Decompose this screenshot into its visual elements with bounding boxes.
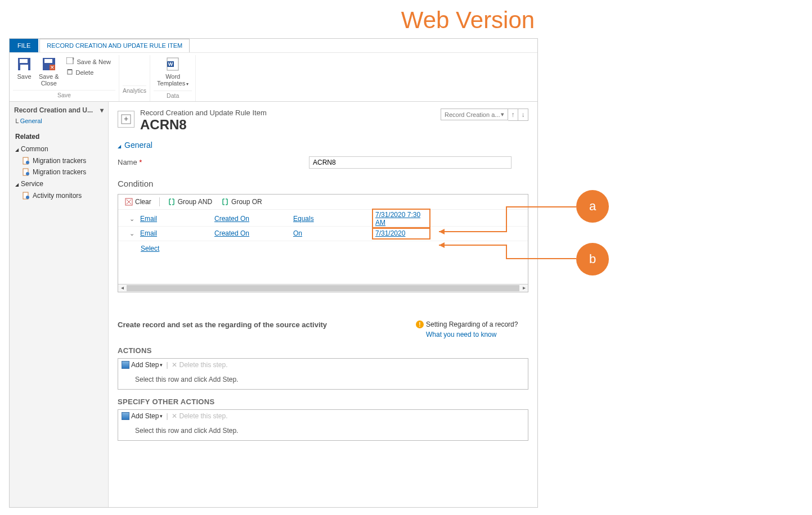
sidebar-item-migration-trackers-1[interactable]: Migration trackers bbox=[10, 155, 108, 166]
tab-rule-item[interactable]: RECORD CREATION AND UPDATE RULE ITEM bbox=[39, 39, 190, 52]
sidebar-item-activity-monitors[interactable]: Activity monitors bbox=[10, 190, 108, 201]
document-icon bbox=[22, 168, 30, 176]
name-label: Name * bbox=[118, 158, 309, 166]
svg-point-17 bbox=[26, 172, 29, 175]
cond-operator[interactable]: On bbox=[293, 229, 372, 237]
sidebar-service-heading[interactable]: Service bbox=[10, 178, 108, 190]
divider bbox=[159, 197, 160, 206]
clear-button[interactable]: Clear bbox=[122, 197, 155, 207]
scroll-track[interactable] bbox=[127, 285, 519, 291]
delete-step-button: ✕Delete this step. bbox=[172, 361, 228, 369]
word-templates-label: Word Templates ▾ bbox=[157, 73, 189, 87]
condition-hscrollbar[interactable]: ◂ ▸ bbox=[118, 284, 528, 292]
nav-down-button[interactable]: ↓ bbox=[518, 109, 528, 121]
cond-value-a[interactable]: 7/31/2020 7:30 AM bbox=[375, 211, 420, 227]
delete-step-button: ✕Delete this step. bbox=[172, 412, 228, 420]
form-title: ACRN8 bbox=[140, 117, 267, 133]
word-templates-button[interactable]: W Word Templates ▾ bbox=[154, 55, 192, 88]
svg-text:✕: ✕ bbox=[50, 65, 55, 70]
delete-label: Delete bbox=[75, 69, 93, 76]
save-label: Save bbox=[17, 73, 31, 80]
annotation-line-b bbox=[439, 242, 585, 264]
sidebar-common-heading[interactable]: Common bbox=[10, 143, 108, 155]
svg-rect-2 bbox=[20, 65, 28, 70]
document-icon bbox=[22, 157, 30, 165]
svg-text:+: + bbox=[124, 114, 128, 123]
floppy-icon bbox=[16, 56, 32, 72]
chevron-down-icon: ▾ bbox=[100, 106, 104, 114]
ribbon-tabs: FILE RECORD CREATION AND UPDATE RULE ITE… bbox=[10, 39, 537, 53]
svg-marker-26 bbox=[439, 242, 445, 248]
cond-attribute[interactable]: Created On bbox=[214, 229, 293, 237]
chevron-down-icon[interactable]: ⌄ bbox=[129, 215, 134, 223]
save-button[interactable]: Save bbox=[13, 55, 35, 81]
cond-entity[interactable]: Email bbox=[140, 229, 214, 237]
regarding-row: Create record and set as the regarding o… bbox=[118, 320, 528, 339]
breadcrumb-text: Record Creation and U... bbox=[14, 106, 93, 114]
group-or-button[interactable]: Group OR bbox=[218, 197, 266, 207]
delete-button[interactable]: Delete bbox=[64, 67, 113, 78]
trash-icon bbox=[66, 68, 73, 76]
save-new-button[interactable]: + Save & New bbox=[64, 56, 113, 67]
section-general[interactable]: General bbox=[118, 136, 528, 153]
group-label-save: Save bbox=[13, 90, 115, 100]
body: Record Creation and U... ▾ LGeneral Rela… bbox=[10, 102, 537, 507]
cond-attribute[interactable]: Created On bbox=[214, 215, 293, 223]
app-window: FILE RECORD CREATION AND UPDATE RULE ITE… bbox=[9, 38, 538, 508]
svg-rect-9 bbox=[68, 70, 72, 74]
group-and-button[interactable]: Group AND bbox=[164, 197, 216, 207]
specify-heading: SPECIFY OTHER ACTIONS bbox=[118, 397, 528, 406]
save-new-label: Save & New bbox=[77, 58, 111, 65]
tab-file[interactable]: FILE bbox=[10, 39, 38, 52]
bracket-or-icon bbox=[221, 198, 229, 206]
chevron-down-icon: ▾ bbox=[160, 362, 163, 368]
nav-up-button[interactable]: ↑ bbox=[508, 109, 518, 121]
actions-hint[interactable]: Select this row and click Add Step. bbox=[118, 371, 528, 389]
specify-hint[interactable]: Select this row and click Add Step. bbox=[118, 422, 528, 440]
field-name-row: Name * bbox=[118, 156, 528, 169]
chevron-down-icon[interactable]: ⌄ bbox=[129, 230, 134, 237]
sidebar-general-link[interactable]: LGeneral bbox=[10, 116, 108, 126]
breadcrumb[interactable]: Record Creation and U... ▾ bbox=[10, 104, 108, 116]
scroll-right-icon[interactable]: ▸ bbox=[520, 284, 528, 292]
form-subtype: Record Creation and Update Rule Item bbox=[140, 109, 267, 117]
chevron-down-icon: ▾ bbox=[501, 111, 504, 118]
bracket-and-icon bbox=[168, 198, 176, 206]
form-scroll-area[interactable]: General Name * Condition Clear bbox=[109, 136, 537, 507]
ribbon: Save ✕ Save & Close + Save & New Delet bbox=[10, 53, 537, 102]
svg-point-19 bbox=[26, 196, 29, 199]
sidebar-item-label: Migration trackers bbox=[33, 157, 86, 165]
svg-rect-1 bbox=[20, 59, 28, 63]
name-input[interactable] bbox=[309, 156, 512, 169]
actions-heading: ACTIONS bbox=[118, 346, 528, 355]
specify-box: Add Step▾ | ✕Delete this step. Select th… bbox=[118, 409, 528, 441]
document-icon bbox=[22, 192, 30, 200]
close-icon: ✕ bbox=[172, 412, 177, 420]
cond-entity[interactable]: Email bbox=[140, 215, 214, 223]
sidebar-item-migration-trackers-2[interactable]: Migration trackers bbox=[10, 166, 108, 178]
overlay-title: Web Version bbox=[0, 7, 812, 34]
save-close-button[interactable]: ✕ Save & Close bbox=[35, 55, 62, 88]
group-label-data: Data bbox=[154, 91, 192, 100]
scroll-left-icon[interactable]: ◂ bbox=[118, 284, 126, 292]
cond-operator[interactable]: Equals bbox=[293, 215, 372, 223]
save-close-label: Save & Close bbox=[39, 73, 59, 87]
arrow-up-icon: ↑ bbox=[512, 111, 515, 119]
ribbon-group-analytics: Analytics bbox=[119, 55, 150, 101]
add-step-button[interactable]: Add Step▾ bbox=[122, 361, 163, 369]
svg-point-15 bbox=[26, 161, 29, 164]
add-step-button[interactable]: Add Step▾ bbox=[122, 412, 163, 420]
divider: | bbox=[166, 361, 168, 369]
info-icon: ! bbox=[416, 320, 424, 328]
group-label-analytics: Analytics bbox=[123, 85, 146, 95]
form-selector-dropdown[interactable]: Record Creation a...▾ bbox=[441, 109, 508, 120]
tip-heading: Setting Regarding of a record? bbox=[426, 320, 518, 328]
regarding-heading: Create record and set as the regarding o… bbox=[118, 320, 416, 329]
regarding-tip: !Setting Regarding of a record? What you… bbox=[416, 320, 528, 339]
cond-value-b[interactable]: 7/31/2020 bbox=[375, 229, 405, 237]
sidebar: Record Creation and U... ▾ LGeneral Rela… bbox=[10, 102, 109, 507]
chevron-down-icon: ▾ bbox=[160, 413, 163, 419]
tip-link[interactable]: What you need to know bbox=[426, 331, 528, 338]
sidebar-related-heading: Related bbox=[10, 126, 108, 143]
sidebar-item-label: Migration trackers bbox=[33, 168, 86, 176]
